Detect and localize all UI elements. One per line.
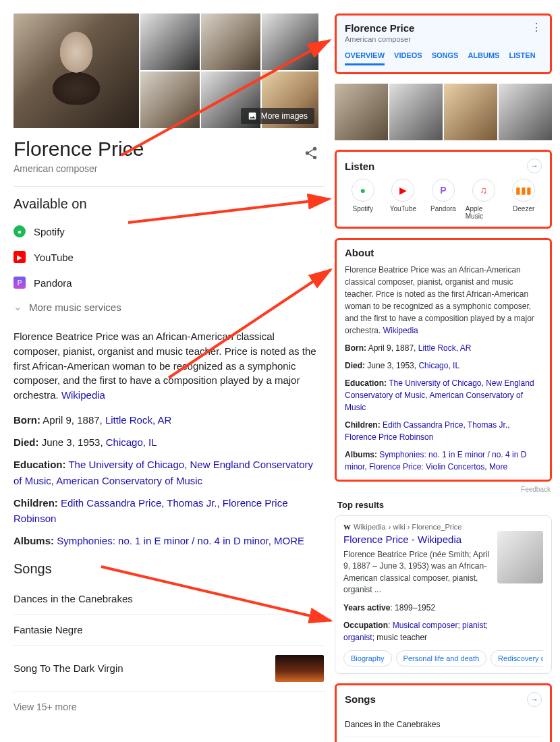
songs-list: Dances in the Canebrakes Fantasie Negre … bbox=[13, 583, 324, 722]
feedback-link[interactable]: Feedback bbox=[335, 486, 551, 493]
listen-label: Apple Music bbox=[466, 205, 502, 220]
deezer-icon: ▮▮▮ bbox=[512, 179, 535, 202]
main-photo[interactable] bbox=[13, 13, 139, 128]
result-thumbnail[interactable] bbox=[497, 531, 543, 583]
header-card: Florence Price American composer ⋮ OVERV… bbox=[335, 13, 552, 74]
photo-thumb[interactable] bbox=[262, 13, 318, 70]
entity-title: Florence Price bbox=[13, 138, 324, 161]
strip-thumb[interactable] bbox=[499, 84, 552, 140]
wikipedia-w-icon: W bbox=[343, 523, 351, 531]
about-albums-more[interactable]: More bbox=[489, 462, 507, 472]
listen-heading: Listen bbox=[345, 161, 374, 172]
apple-music-icon: ♫ bbox=[472, 179, 495, 202]
about-edu-label: Education: bbox=[345, 378, 387, 388]
children-label: Children: bbox=[13, 497, 58, 509]
listen-deezer[interactable]: ▮▮▮Deezer bbox=[505, 179, 542, 220]
died-place-link[interactable]: Chicago, IL bbox=[106, 436, 157, 448]
more-images-button[interactable]: More images bbox=[241, 108, 314, 124]
strip-thumb[interactable] bbox=[335, 84, 388, 140]
about-card: About Florence Beatrice Price was an Afr… bbox=[335, 238, 552, 482]
listen-apple-music[interactable]: ♫Apple Music bbox=[466, 179, 502, 220]
arrow-right-icon[interactable]: → bbox=[527, 692, 542, 707]
tab-songs[interactable]: SONGS bbox=[432, 51, 459, 65]
top-results-heading: Top results bbox=[337, 500, 552, 510]
available-on-list: ● Spotify ▶ YouTube P Pandora ⌄ More mus… bbox=[13, 219, 324, 318]
image-icon bbox=[248, 111, 257, 121]
albums-label: Albums: bbox=[13, 535, 54, 546]
education-label: Education: bbox=[13, 459, 66, 470]
about-born-value: April 9, 1887, bbox=[368, 343, 418, 353]
service-youtube[interactable]: ▶ YouTube bbox=[13, 244, 324, 270]
songs-card: Songs → Dances in the Canebrakes Fantasi… bbox=[335, 683, 552, 742]
photo-thumb[interactable] bbox=[140, 13, 200, 70]
photo-strip[interactable] bbox=[335, 84, 552, 140]
song-title: Song To The Dark Virgin bbox=[13, 662, 123, 674]
strip-thumb[interactable] bbox=[444, 84, 497, 140]
about-born-link[interactable]: Little Rock, AR bbox=[418, 343, 472, 353]
died-value: June 3, 1953, bbox=[42, 436, 106, 448]
died-label: Died: bbox=[13, 436, 39, 448]
strip-thumb[interactable] bbox=[389, 84, 443, 140]
tab-overview[interactable]: OVERVIEW bbox=[345, 51, 385, 65]
right-column: Florence Price American composer ⋮ OVERV… bbox=[335, 13, 552, 742]
about-died-value: June 3, 1953, bbox=[367, 361, 418, 370]
header-subtitle: American composer bbox=[345, 35, 414, 43]
listen-label: Deezer bbox=[513, 205, 534, 212]
chip-personal-life[interactable]: Personal life and death bbox=[396, 650, 487, 666]
song-thumbnail bbox=[275, 655, 324, 682]
knowledge-panel-left: More images Florence Price American comp… bbox=[13, 13, 324, 722]
chevron-down-icon: ⌄ bbox=[13, 301, 22, 313]
occupation-label: Occupation bbox=[343, 621, 388, 630]
chip-rediscovery[interactable]: Rediscovery of works bbox=[491, 650, 543, 666]
share-button[interactable] bbox=[304, 146, 318, 161]
born-value: April 9, 1887, bbox=[43, 414, 105, 426]
about-born-label: Born: bbox=[345, 343, 366, 353]
about-wikipedia-link[interactable]: Wikipedia bbox=[383, 326, 418, 335]
listen-pandora[interactable]: PPandora bbox=[425, 179, 461, 220]
wikipedia-link[interactable]: Wikipedia bbox=[61, 389, 105, 401]
listen-label: YouTube bbox=[390, 205, 416, 212]
view-more-songs[interactable]: View 15+ more bbox=[13, 692, 324, 722]
about-children-label: Children: bbox=[345, 420, 381, 430]
tab-listen[interactable]: LISTEN bbox=[509, 51, 535, 65]
top-result-card: W Wikipedia › wiki › Florence_Price Flor… bbox=[335, 515, 552, 674]
songs-card-heading: Songs bbox=[345, 693, 376, 705]
song-title: Dances in the Canebrakes bbox=[13, 593, 133, 604]
youtube-icon: ▶ bbox=[391, 179, 414, 202]
listen-label: Spotify bbox=[353, 205, 374, 212]
more-services-label: More music services bbox=[29, 302, 121, 313]
more-images-label: More images bbox=[261, 111, 308, 121]
photo-thumb[interactable] bbox=[201, 13, 260, 70]
song-item[interactable]: Dances in the Canebrakes bbox=[13, 583, 324, 615]
image-grid[interactable]: More images bbox=[13, 13, 318, 128]
song-item[interactable]: Song To The Dark Virgin bbox=[13, 646, 324, 692]
born-place-link[interactable]: Little Rock, AR bbox=[105, 414, 171, 426]
listen-youtube[interactable]: ▶YouTube bbox=[385, 179, 422, 220]
tab-albums[interactable]: ALBUMS bbox=[468, 51, 499, 65]
tab-videos[interactable]: VIDEOS bbox=[394, 51, 422, 65]
result-breadcrumb: W Wikipedia › wiki › Florence_Price bbox=[343, 523, 543, 531]
youtube-icon: ▶ bbox=[13, 251, 26, 263]
listen-card: Listen → ●Spotify ▶YouTube PPandora ♫App… bbox=[335, 150, 552, 229]
song-row[interactable]: Dances in the Canebrakes bbox=[345, 712, 542, 737]
about-text: Florence Beatrice Price was an African-A… bbox=[345, 265, 534, 335]
service-pandora[interactable]: P Pandora bbox=[13, 270, 324, 295]
about-body: Florence Beatrice Price was an African-A… bbox=[345, 264, 542, 337]
occupation-tail: ; music teacher bbox=[372, 633, 427, 642]
about-albums-label: Albums: bbox=[345, 450, 377, 459]
about-died-link[interactable]: Chicago, IL bbox=[418, 361, 459, 370]
more-options-icon[interactable]: ⋮ bbox=[531, 22, 542, 33]
photo-thumb[interactable] bbox=[140, 72, 200, 128]
chip-biography[interactable]: Biography bbox=[343, 650, 392, 666]
albums-links[interactable]: Symphonies: no. 1 in E minor / no. 4 in … bbox=[57, 535, 304, 546]
listen-spotify[interactable]: ●Spotify bbox=[345, 179, 381, 220]
years-active-label: Years active bbox=[343, 603, 390, 612]
breadcrumb-site: Wikipedia bbox=[354, 523, 386, 531]
service-spotify[interactable]: ● Spotify bbox=[13, 219, 324, 244]
listen-label: Pandora bbox=[430, 205, 456, 212]
song-row[interactable]: Fantasie Negre bbox=[345, 737, 542, 742]
song-item[interactable]: Fantasie Negre bbox=[13, 615, 324, 646]
more-music-services[interactable]: ⌄ More music services bbox=[13, 295, 324, 318]
arrow-right-icon[interactable]: → bbox=[527, 159, 542, 173]
result-title-link[interactable]: Florence Price - Wikipedia bbox=[343, 534, 491, 545]
